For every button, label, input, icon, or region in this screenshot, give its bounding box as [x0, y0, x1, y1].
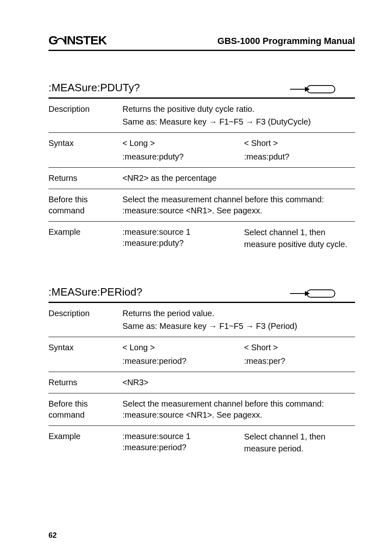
logo-right: INSTEK	[64, 32, 106, 49]
section-heading: :MEASure:PERiod?	[48, 285, 355, 303]
syntax-short-header: < Short >	[238, 138, 355, 149]
label-example: Example	[48, 430, 122, 456]
desc-line2: Same as: Measure key → F1~F5 → F3 (Perio…	[122, 320, 355, 333]
section-heading: :MEASure:PDUTy?	[48, 81, 355, 99]
content-description: Returns the positive duty cycle ratio. S…	[122, 103, 355, 128]
syntax-long-value: :measure:period?	[122, 356, 238, 367]
example-desc: Select channel 1, then measure period.	[238, 431, 355, 455]
desc-line1: Returns the period value.	[122, 307, 355, 320]
content-syntax: < Long > < Short > :measure:period? :mea…	[122, 341, 355, 368]
manual-title: GBS-1000 Programming Manual	[217, 35, 355, 49]
content-syntax: < Long > < Short > :measure:pduty? :meas…	[122, 137, 355, 163]
before-value: Select the measurement channel before th…	[122, 193, 355, 217]
label-returns: Returns	[48, 172, 122, 185]
label-description: Description	[48, 103, 122, 128]
command-name: :MEASure:PDUTy?	[48, 81, 140, 95]
returns-value: <NR3>	[122, 376, 355, 389]
syntax-long-header: < Long >	[122, 342, 238, 353]
row-example: Example :measure:source 1 :measure:pduty…	[48, 222, 355, 255]
label-returns: Returns	[48, 376, 122, 389]
content-returns: <NR2> as the percentage	[122, 172, 355, 185]
row-returns: Returns <NR3>	[48, 372, 355, 393]
query-arrow-icon	[289, 84, 355, 95]
label-syntax: Syntax	[48, 137, 122, 163]
syntax-long-value: :measure:pduty?	[122, 151, 238, 162]
content-example: :measure:source 1 :measure:period? Selec…	[122, 430, 355, 456]
label-before: Before this command	[48, 193, 122, 217]
label-description: Description	[48, 307, 122, 333]
label-example: Example	[48, 226, 122, 251]
example-cmd-1: :measure:source 1	[122, 431, 238, 442]
syntax-short-value: :meas:pdut?	[238, 151, 355, 162]
syntax-short-header: < Short >	[238, 342, 355, 353]
row-before: Before this command Select the measureme…	[48, 189, 355, 222]
row-description: Description Returns the period value. Sa…	[48, 303, 355, 337]
syntax-short-value: :meas:per?	[238, 356, 355, 367]
syntax-long-header: < Long >	[122, 138, 238, 149]
row-before: Before this command Select the measureme…	[48, 393, 355, 426]
example-cmd-2: :measure:pduty?	[122, 238, 238, 249]
page-header: G INSTEK GBS-1000 Programming Manual	[48, 32, 355, 51]
content-example: :measure:source 1 :measure:pduty? Select…	[122, 226, 355, 251]
brand-logo: G INSTEK	[48, 32, 106, 49]
section-period: :MEASure:PERiod? Description Returns the…	[48, 285, 355, 460]
desc-line2: Same as: Measure key → F1~F5 → F3 (DutyC…	[122, 116, 355, 128]
example-cmd-1: :measure:source 1	[122, 227, 238, 238]
row-syntax: Syntax < Long > < Short > :measure:perio…	[48, 337, 355, 372]
row-description: Description Returns the positive duty cy…	[48, 99, 355, 133]
label-before: Before this command	[48, 398, 122, 421]
content-description: Returns the period value. Same as: Measu…	[122, 307, 355, 333]
label-syntax: Syntax	[48, 341, 122, 368]
example-cmds: :measure:source 1 :measure:pduty?	[122, 227, 238, 250]
page-number: 62	[48, 530, 57, 540]
row-syntax: Syntax < Long > < Short > :measure:pduty…	[48, 133, 355, 168]
row-returns: Returns <NR2> as the percentage	[48, 168, 355, 189]
desc-line1: Returns the positive duty cycle ratio.	[122, 103, 355, 116]
content-before: Select the measurement channel before th…	[122, 398, 355, 421]
example-cmd-2: :measure:period?	[122, 442, 238, 453]
section-pduty: :MEASure:PDUTy? Description Returns the …	[48, 81, 355, 255]
query-arrow-icon	[289, 289, 355, 299]
command-name: :MEASure:PERiod?	[48, 285, 142, 299]
content-before: Select the measurement channel before th…	[122, 193, 355, 217]
content-returns: <NR3>	[122, 376, 355, 389]
row-example: Example :measure:source 1 :measure:perio…	[48, 426, 355, 460]
example-cmds: :measure:source 1 :measure:period?	[122, 431, 238, 455]
example-desc: Select channel 1, then measure positive …	[238, 227, 355, 250]
returns-value: <NR2> as the percentage	[122, 172, 355, 185]
before-value: Select the measurement channel before th…	[122, 398, 355, 421]
